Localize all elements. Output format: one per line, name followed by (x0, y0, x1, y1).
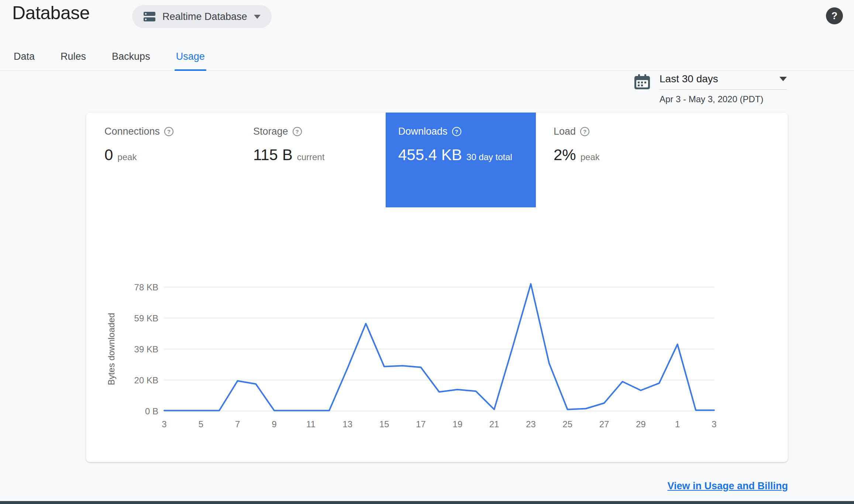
tab-data[interactable]: Data (12, 47, 36, 70)
chevron-down-icon (779, 77, 787, 81)
view-usage-billing-link[interactable]: View in Usage and Billing (667, 480, 788, 492)
help-icon[interactable]: ? (164, 127, 173, 136)
bottom-divider-bar (0, 501, 854, 504)
database-selector-dropdown[interactable]: Realtime Database (132, 5, 272, 28)
metric-unit: 30 day total (466, 152, 512, 162)
metric-tile-downloads[interactable]: Downloads ? 455.4 KB 30 day total (386, 113, 536, 207)
date-range-picker[interactable]: Last 30 days Apr 3 - May 3, 2020 (PDT) (634, 73, 787, 104)
metric-value-row: 0 peak (104, 146, 173, 164)
date-range-preset-row[interactable]: Last 30 days (660, 73, 787, 90)
x-axis-tick-label: 3 (712, 419, 716, 429)
y-axis-tick-label: 20 KB (134, 375, 158, 385)
date-range-detail: Apr 3 - May 3, 2020 (PDT) (660, 94, 787, 104)
y-axis-tick-label: 59 KB (134, 313, 158, 323)
metric-value-row: 115 B current (253, 146, 324, 164)
help-icon[interactable]: ? (580, 127, 589, 136)
x-axis-tick-label: 15 (379, 419, 389, 429)
metric-name: Connections (104, 126, 160, 137)
help-button[interactable]: ? (826, 7, 843, 24)
tab-rules[interactable]: Rules (59, 47, 87, 70)
y-axis-tick-label: 78 KB (134, 282, 158, 292)
tab-usage[interactable]: Usage (175, 47, 206, 70)
metric-name: Downloads (398, 126, 448, 137)
tab-backups[interactable]: Backups (110, 47, 152, 70)
metric-label: Connections ? (104, 126, 173, 137)
downloads-line-series (164, 284, 714, 410)
help-icon[interactable]: ? (293, 127, 302, 136)
calendar-icon (634, 74, 651, 91)
metric-unit: current (297, 152, 325, 162)
database-icon (143, 11, 156, 22)
y-axis-title: Bytes downloaded (106, 313, 116, 385)
question-mark-icon: ? (831, 10, 838, 22)
question-mark-glyph: ? (167, 128, 171, 135)
metric-label: Storage ? (253, 126, 324, 137)
metric-name: Storage (253, 126, 288, 137)
question-mark-glyph: ? (583, 128, 586, 135)
chevron-down-icon (254, 15, 261, 19)
metric-value: 115 B (253, 146, 293, 164)
metric-tile-storage[interactable]: Storage ? 115 B current (253, 113, 324, 164)
x-axis-tick-label: 9 (272, 419, 276, 429)
x-axis-tick-label: 3 (162, 419, 166, 429)
metric-unit: peak (117, 152, 137, 162)
metric-value-row: 2% peak (554, 146, 600, 164)
x-axis-tick-label: 29 (636, 419, 646, 429)
firebase-database-usage-page: Database Realtime Database ? Data Rules … (0, 0, 854, 504)
page-title: Database (12, 2, 90, 24)
x-axis-tick-label: 25 (562, 419, 572, 429)
metric-value: 2% (554, 146, 576, 164)
y-axis-tick-label: 39 KB (134, 344, 158, 354)
question-mark-glyph: ? (455, 128, 458, 135)
metric-value: 0 (104, 146, 113, 164)
x-axis-tick-label: 13 (342, 419, 352, 429)
metric-unit: peak (581, 152, 600, 162)
x-axis-tick-label: 19 (452, 419, 462, 429)
metric-value-row: 455.4 KB 30 day total (398, 146, 536, 164)
y-axis-tick-label: 0 B (145, 406, 158, 416)
question-mark-glyph: ? (295, 128, 299, 135)
usage-card: Connections ? 0 peak Storage ? 115 B cur… (86, 113, 788, 462)
x-axis-tick-label: 17 (416, 419, 426, 429)
x-axis-tick-label: 21 (489, 419, 499, 429)
database-selector-label: Realtime Database (162, 11, 247, 23)
x-axis-tick-label: 5 (199, 419, 203, 429)
x-axis-tick-label: 27 (599, 419, 609, 429)
x-axis-tick-label: 23 (526, 419, 536, 429)
usage-chart: 0 B20 KB39 KB59 KB78 KB35791113151719212… (86, 267, 788, 445)
x-axis-tick-label: 1 (675, 419, 680, 429)
x-axis-tick-label: 7 (235, 419, 240, 429)
tab-bar: Data Rules Backups Usage (0, 47, 854, 71)
date-range-preset: Last 30 days (660, 73, 718, 85)
help-icon[interactable]: ? (452, 127, 461, 136)
date-range-texts: Last 30 days Apr 3 - May 3, 2020 (PDT) (660, 73, 787, 104)
metric-value: 455.4 KB (398, 146, 462, 164)
metric-tile-load[interactable]: Load ? 2% peak (554, 113, 600, 164)
metric-name: Load (554, 126, 576, 137)
x-axis-tick-label: 11 (306, 419, 316, 429)
metric-label: Downloads ? (398, 126, 536, 137)
metric-label: Load ? (554, 126, 600, 137)
metric-tile-connections[interactable]: Connections ? 0 peak (104, 113, 173, 164)
